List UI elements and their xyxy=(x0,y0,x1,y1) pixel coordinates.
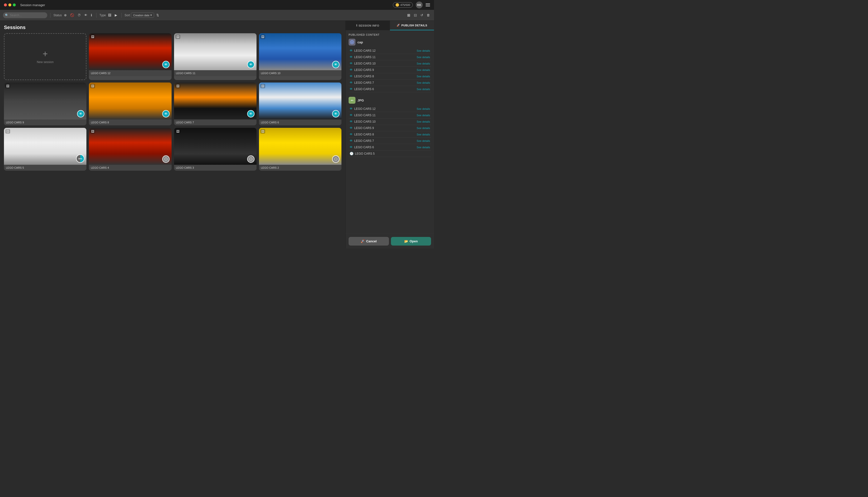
svg-point-1 xyxy=(165,159,165,159)
see-details-jpg-7[interactable]: See details xyxy=(417,139,430,142)
status-info-btn[interactable]: ℹ xyxy=(90,13,93,18)
card-image-8: 🖼 👁 xyxy=(89,83,171,119)
minimize-button[interactable] xyxy=(9,3,11,6)
sort-dropdown[interactable]: Creation date ▾ xyxy=(131,13,154,18)
see-details-cap-9[interactable]: See details xyxy=(417,69,430,71)
card-name-12: LEGO CARS 12 xyxy=(91,72,110,75)
cancel-button[interactable]: 🚀 Cancel xyxy=(349,237,389,245)
see-details-jpg-9[interactable]: See details xyxy=(417,127,430,130)
status-timer-btn[interactable]: ⏱ xyxy=(76,13,82,18)
pending-icon-3 xyxy=(249,157,252,161)
card-footer-11: LEGO CARS 11 xyxy=(174,70,257,76)
see-details-jpg-6[interactable]: See details xyxy=(417,146,430,149)
cap-icon xyxy=(350,40,354,44)
type-video-btn[interactable]: ▶ xyxy=(114,13,118,18)
image-icon-9: 🖼 xyxy=(5,84,10,88)
session-card-8[interactable]: 🖼 👁 LEGO CARS 8 xyxy=(89,83,171,125)
view-grid-large-btn[interactable]: ⊞ xyxy=(406,12,411,18)
right-panel: ℹ SESSION INFO 🚀 PUBLISH DETAILS PUBLISH… xyxy=(345,21,434,248)
toolbar: 🔍 Status ⊕ 🚫 ⏱ 👁 ℹ Type 🖼 ▶ Sort Creatio… xyxy=(0,10,434,21)
open-button[interactable]: 📂 Open xyxy=(391,237,431,245)
pub-item-cap-11: 👁 LEGO CARS 11 See details xyxy=(349,54,431,60)
pub-item-name-cap-12: LEGO CARS 12 xyxy=(354,49,415,53)
pub-item-name-jpg-10: LEGO CARS 10 xyxy=(354,120,415,123)
svg-point-9 xyxy=(335,159,335,159)
image-icon-5: 🖼 xyxy=(5,129,10,133)
image-icon-8: 🖼 xyxy=(90,84,95,88)
see-details-cap-11[interactable]: See details xyxy=(417,56,430,59)
card-footer-12: LEGO CARS 12 xyxy=(89,70,171,76)
separator-2 xyxy=(96,13,97,18)
eye-icon-jpg-8: 👁 xyxy=(350,132,353,136)
card-name-2: LEGO CARS 2 xyxy=(261,166,279,169)
card-name-3: LEGO CARS 3 xyxy=(176,166,194,169)
tab-publish-details[interactable]: 🚀 PUBLISH DETAILS xyxy=(390,21,434,30)
image-icon-7: 🖼 xyxy=(175,84,180,88)
see-details-cap-6[interactable]: See details xyxy=(417,88,430,91)
session-card-3[interactable]: 🖼 LEGO CARS 3 xyxy=(174,128,257,171)
see-details-jpg-12[interactable]: See details xyxy=(417,108,430,110)
view-grid-small-btn[interactable]: ⊟ xyxy=(413,12,418,18)
menu-button[interactable] xyxy=(425,3,430,6)
session-card-6[interactable]: 🖼 👁 LEGO CARS 6 xyxy=(259,83,342,125)
card-image-4: 🖼 xyxy=(89,128,171,165)
eye-icon-jpg-6: 👁 xyxy=(350,145,353,149)
search-input[interactable] xyxy=(3,12,47,18)
pending-badge-3 xyxy=(247,155,255,163)
status-eye-btn[interactable]: 👁 xyxy=(83,13,89,18)
tab-session-info[interactable]: ℹ SESSION INFO xyxy=(346,21,390,30)
session-card-7[interactable]: 🖼 👁 LEGO CARS 7 xyxy=(174,83,257,125)
pub-item-jpg-7: 👁 LEGO CARS 7 See details xyxy=(349,138,431,144)
eye-icon-cap-12: 👁 xyxy=(350,49,353,53)
status-hidden-btn[interactable]: 🚫 xyxy=(69,13,75,18)
card-image-6: 🖼 👁 xyxy=(259,83,342,119)
card-image-9: 🖼 👁 xyxy=(4,83,86,119)
pub-item-jpg-10: 👁 LEGO CARS 10 See details xyxy=(349,118,431,125)
new-session-card[interactable]: + New session xyxy=(4,33,86,80)
session-card-11[interactable]: 🖼 👁 LEGO CARS 11 xyxy=(174,33,257,80)
progress-circle-5: 50% xyxy=(76,154,84,163)
session-card-12[interactable]: 🖼 👁 LEGO CARS 12 xyxy=(89,33,171,80)
svg-point-3 xyxy=(167,159,167,159)
session-card-5[interactable]: 🖼 50% LEGO CARS 5 xyxy=(4,128,86,171)
see-details-jpg-10[interactable]: See details xyxy=(417,120,430,123)
tab-publish-details-label: PUBLISH DETAILS xyxy=(401,24,427,27)
svg-point-10 xyxy=(335,159,336,159)
eye-icon-cap-10: 👁 xyxy=(350,61,353,65)
panel-tabs: ℹ SESSION INFO 🚀 PUBLISH DETAILS xyxy=(346,21,434,30)
avatar[interactable]: KK xyxy=(416,1,423,9)
see-details-cap-10[interactable]: See details xyxy=(417,62,430,65)
see-details-cap-8[interactable]: See details xyxy=(417,75,430,78)
published-badge-11: 👁 xyxy=(247,61,255,68)
session-card-10[interactable]: 🖼 👁 LEGO CARS 10 xyxy=(259,33,342,80)
svg-point-6 xyxy=(250,159,251,159)
new-session-label: New session xyxy=(37,60,54,64)
session-card-9[interactable]: 🖼 👁 LEGO CARS 9 xyxy=(4,83,86,125)
see-details-jpg-11[interactable]: See details xyxy=(417,114,430,117)
maximize-button[interactable] xyxy=(13,3,16,6)
cap-group-icon xyxy=(349,39,356,45)
session-card-4[interactable]: 🖼 LEGO CARS 4 xyxy=(89,128,171,171)
status-add-btn[interactable]: ⊕ xyxy=(63,13,68,18)
svg-point-13 xyxy=(351,41,353,43)
see-details-jpg-8[interactable]: See details xyxy=(417,133,430,136)
pub-group-jpg: JPG JPG 👁 LEGO CARS 12 See details 👁 LEG… xyxy=(349,97,431,157)
pub-item-cap-7: 👁 LEGO CARS 7 See details xyxy=(349,80,431,86)
sort-direction-btn[interactable]: ⇅ xyxy=(155,13,160,18)
delete-btn[interactable]: 🗑 xyxy=(425,13,431,18)
view-group: ⊞ ⊟ ↺ 🗑 xyxy=(406,12,431,18)
svg-text:JPG: JPG xyxy=(350,100,353,101)
refresh-btn[interactable]: ↺ xyxy=(419,13,424,18)
see-details-cap-7[interactable]: See details xyxy=(417,81,430,84)
see-details-cap-12[interactable]: See details xyxy=(417,49,430,52)
pending-badge-2 xyxy=(332,155,339,163)
card-name-7: LEGO CARS 7 xyxy=(176,121,194,124)
sessions-grid: + New session 🖼 👁 LEGO CARS 12 🖼 👁 xyxy=(4,33,342,171)
card-footer-6: LEGO CARS 6 xyxy=(259,119,342,125)
session-card-2[interactable]: 🖼 LEGO CARS 2 xyxy=(259,128,342,171)
chevron-down-icon: ▾ xyxy=(150,14,152,17)
type-image-btn[interactable]: 🖼 xyxy=(107,13,113,18)
pub-item-cap-12: 👁 LEGO CARS 12 See details xyxy=(349,47,431,54)
card-footer-9: LEGO CARS 9 xyxy=(4,119,86,125)
close-button[interactable] xyxy=(4,3,7,6)
